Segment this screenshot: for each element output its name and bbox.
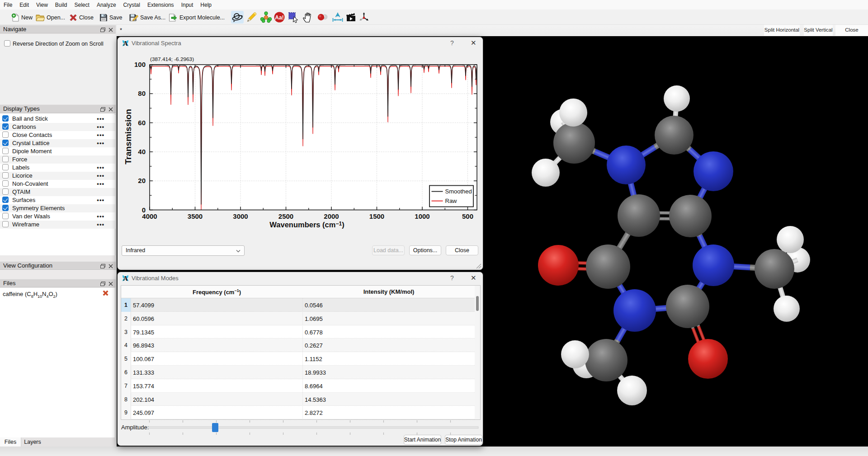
- svg-text:60: 60: [138, 119, 146, 127]
- svg-text:Wavenumbers (cm−1): Wavenumbers (cm−1): [269, 221, 344, 229]
- svg-text:1500: 1500: [369, 212, 384, 220]
- svg-text:500: 500: [462, 212, 473, 220]
- svg-text:1000: 1000: [415, 212, 429, 220]
- svg-text:3000: 3000: [233, 212, 248, 220]
- svg-text:100: 100: [134, 61, 146, 68]
- svg-text:40: 40: [138, 148, 146, 155]
- svg-text:80: 80: [138, 89, 146, 97]
- svg-text:3500: 3500: [188, 212, 203, 220]
- svg-text:2500: 2500: [278, 212, 293, 220]
- svg-text:Aa!: Aa!: [275, 14, 283, 21]
- svg-text:4000: 4000: [142, 212, 157, 220]
- svg-text:(387.414; -6.2963): (387.414; -6.2963): [150, 56, 194, 62]
- svg-text:2000: 2000: [324, 212, 339, 220]
- svg-text:Transmission: Transmission: [123, 109, 133, 165]
- svg-text:Raw: Raw: [445, 197, 458, 204]
- svg-text:A: A: [123, 275, 128, 282]
- svg-text:20: 20: [138, 177, 146, 184]
- svg-text:Smoothed: Smoothed: [445, 188, 472, 195]
